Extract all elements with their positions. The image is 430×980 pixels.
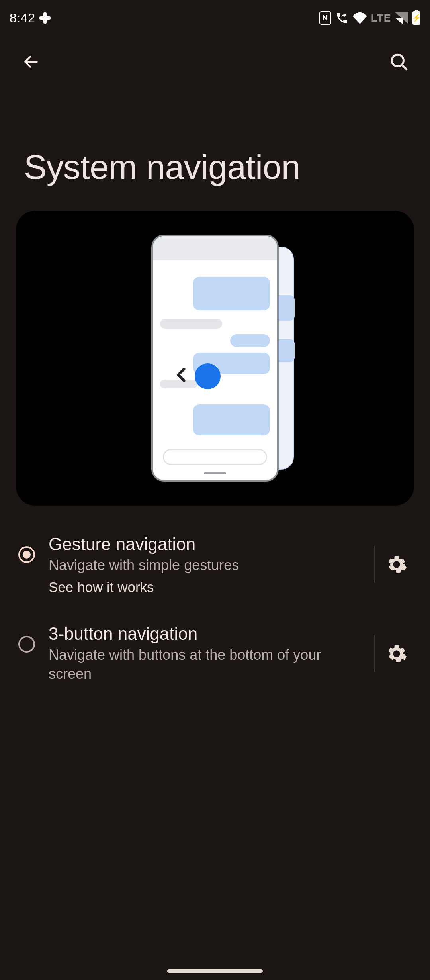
status-bar: 8:42 N LTE — [0, 0, 430, 36]
wifi-calling-icon — [335, 11, 349, 25]
search-icon — [389, 52, 409, 72]
3-button-navigation-settings-button[interactable] — [374, 635, 418, 672]
wifi-icon — [353, 12, 367, 24]
cellular-signal-icon — [395, 12, 408, 24]
gesture-touch-indicator-icon — [195, 363, 221, 389]
back-button[interactable] — [18, 49, 44, 74]
battery-charging-icon — [412, 11, 420, 25]
navigation-options-list: Gesture navigation Navigate with simple … — [0, 520, 430, 698]
back-gesture-chevron-icon — [170, 363, 194, 387]
arrow-left-icon — [22, 53, 40, 71]
system-gesture-bar[interactable] — [167, 969, 263, 973]
option-text-block: 3-button navigation Navigate with button… — [49, 624, 363, 684]
preview-phone-mock — [151, 235, 279, 482]
slack-notification-icon — [39, 12, 51, 24]
option-title: Gesture navigation — [49, 534, 359, 554]
radio-3-button-navigation[interactable] — [16, 633, 37, 655]
option-see-how-link[interactable]: See how it works — [49, 579, 359, 595]
gear-icon — [386, 643, 407, 664]
status-time: 8:42 — [10, 11, 35, 25]
nfc-icon: N — [319, 11, 331, 25]
option-3-button-navigation[interactable]: 3-button navigation Navigate with button… — [0, 610, 430, 698]
gear-icon — [386, 554, 407, 575]
page-title: System navigation — [0, 88, 430, 211]
radio-gesture-navigation[interactable] — [16, 544, 37, 565]
option-subtitle: Navigate with buttons at the bottom of y… — [49, 645, 359, 684]
gesture-navigation-settings-button[interactable] — [374, 546, 418, 583]
option-text-block: Gesture navigation Navigate with simple … — [49, 534, 363, 595]
option-gesture-navigation[interactable]: Gesture navigation Navigate with simple … — [0, 520, 430, 610]
search-button[interactable] — [386, 49, 412, 74]
option-subtitle: Navigate with simple gestures — [49, 556, 359, 575]
gesture-preview-card — [16, 211, 414, 506]
app-bar — [0, 36, 430, 88]
svg-line-2 — [402, 65, 406, 69]
option-title: 3-button navigation — [49, 624, 359, 644]
network-type-label: LTE — [371, 12, 391, 24]
